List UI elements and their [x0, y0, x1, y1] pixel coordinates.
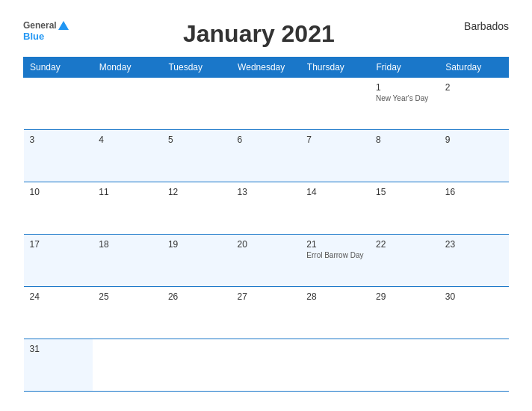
calendar-cell — [370, 339, 439, 391]
day-number: 15 — [376, 187, 433, 197]
calendar-title: January 2021 — [69, 20, 449, 48]
calendar-cell: 12 — [162, 182, 232, 234]
event-label: Errol Barrow Day — [306, 251, 364, 259]
calendar-cell: 28 — [300, 286, 370, 339]
day-number: 3 — [30, 135, 87, 145]
header-sunday: Sunday — [24, 57, 93, 77]
calendar-cell: 22 — [370, 234, 439, 286]
day-number: 9 — [445, 135, 503, 145]
day-number: 5 — [168, 135, 226, 145]
calendar-cell — [439, 339, 509, 391]
day-number: 24 — [30, 291, 87, 302]
header-thursday: Thursday — [300, 57, 370, 77]
calendar-cell: 1New Year's Day — [370, 77, 439, 129]
calendar-cell: 7 — [300, 129, 370, 182]
calendar-cell: 20 — [232, 234, 301, 286]
day-number: 8 — [376, 135, 433, 145]
day-number: 26 — [168, 291, 226, 302]
calendar-week-row: 10111213141516 — [24, 182, 509, 234]
day-number: 23 — [445, 239, 503, 250]
logo-blue-text: Blue — [23, 31, 44, 43]
calendar-cell — [162, 77, 232, 129]
calendar-cell — [162, 339, 232, 391]
calendar-cell: 2 — [439, 77, 509, 129]
calendar-cell: 4 — [93, 129, 162, 182]
calendar-cell: 14 — [300, 182, 370, 234]
day-number: 14 — [306, 187, 364, 197]
calendar-cell: 8 — [370, 129, 439, 182]
calendar-cell: 17 — [24, 234, 93, 286]
day-number: 28 — [306, 291, 364, 302]
logo: General Blue — [23, 20, 69, 43]
calendar-cell: 6 — [232, 129, 301, 182]
day-number: 13 — [238, 187, 295, 197]
event-label: New Year's Day — [376, 94, 433, 102]
logo-general-text: General — [23, 20, 57, 31]
calendar-cell: 27 — [232, 286, 301, 339]
header: General Blue January 2021 Barbados — [23, 20, 509, 48]
day-number: 12 — [168, 187, 226, 197]
calendar-cell: 19 — [162, 234, 232, 286]
calendar-cell — [232, 339, 301, 391]
calendar-cell — [93, 77, 162, 129]
day-number: 29 — [376, 291, 433, 302]
day-number: 11 — [99, 187, 156, 197]
calendar-cell: 13 — [232, 182, 301, 234]
calendar-cell: 3 — [24, 129, 93, 182]
day-number: 19 — [168, 239, 226, 250]
calendar-cell: 9 — [439, 129, 509, 182]
day-number: 22 — [376, 239, 433, 250]
calendar-cell — [93, 339, 162, 391]
calendar-cell: 11 — [93, 182, 162, 234]
logo-triangle-icon — [58, 21, 69, 30]
header-monday: Monday — [93, 57, 162, 77]
calendar-cell: 26 — [162, 286, 232, 339]
calendar-cell — [300, 339, 370, 391]
calendar-table: Sunday Monday Tuesday Wednesday Thursday… — [23, 57, 509, 392]
calendar-container: General Blue January 2021 Barbados Sunda… — [8, 8, 524, 404]
calendar-cell: 25 — [93, 286, 162, 339]
calendar-cell: 21Errol Barrow Day — [300, 234, 370, 286]
header-wednesday: Wednesday — [232, 57, 301, 77]
calendar-cell: 5 — [162, 129, 232, 182]
calendar-cell: 31 — [24, 339, 93, 391]
weekday-header-row: Sunday Monday Tuesday Wednesday Thursday… — [24, 57, 509, 77]
day-number: 2 — [445, 82, 503, 93]
calendar-cell: 29 — [370, 286, 439, 339]
day-number: 4 — [99, 135, 156, 145]
day-number: 25 — [99, 291, 156, 302]
calendar-cell — [300, 77, 370, 129]
country-label: Barbados — [449, 20, 509, 32]
day-number: 10 — [30, 187, 87, 197]
calendar-cell: 18 — [93, 234, 162, 286]
day-number: 31 — [30, 344, 87, 354]
calendar-cell: 16 — [439, 182, 509, 234]
calendar-cell: 24 — [24, 286, 93, 339]
header-tuesday: Tuesday — [162, 57, 232, 77]
calendar-cell — [232, 77, 301, 129]
day-number: 20 — [238, 239, 295, 250]
calendar-week-row: 3456789 — [24, 129, 509, 182]
calendar-cell: 15 — [370, 182, 439, 234]
calendar-week-row: 1718192021Errol Barrow Day2223 — [24, 234, 509, 286]
calendar-week-row: 1New Year's Day2 — [24, 77, 509, 129]
header-saturday: Saturday — [439, 57, 509, 77]
calendar-cell: 30 — [439, 286, 509, 339]
day-number: 21 — [306, 239, 364, 250]
day-number: 18 — [99, 239, 156, 250]
calendar-week-row: 31 — [24, 339, 509, 391]
calendar-cell — [24, 77, 93, 129]
day-number: 1 — [376, 82, 433, 93]
day-number: 27 — [238, 291, 295, 302]
day-number: 6 — [238, 135, 295, 145]
day-number: 16 — [445, 187, 503, 197]
calendar-cell: 10 — [24, 182, 93, 234]
day-number: 17 — [30, 239, 87, 250]
header-friday: Friday — [370, 57, 439, 77]
calendar-week-row: 24252627282930 — [24, 286, 509, 339]
day-number: 7 — [306, 135, 364, 145]
day-number: 30 — [445, 291, 503, 302]
calendar-cell: 23 — [439, 234, 509, 286]
